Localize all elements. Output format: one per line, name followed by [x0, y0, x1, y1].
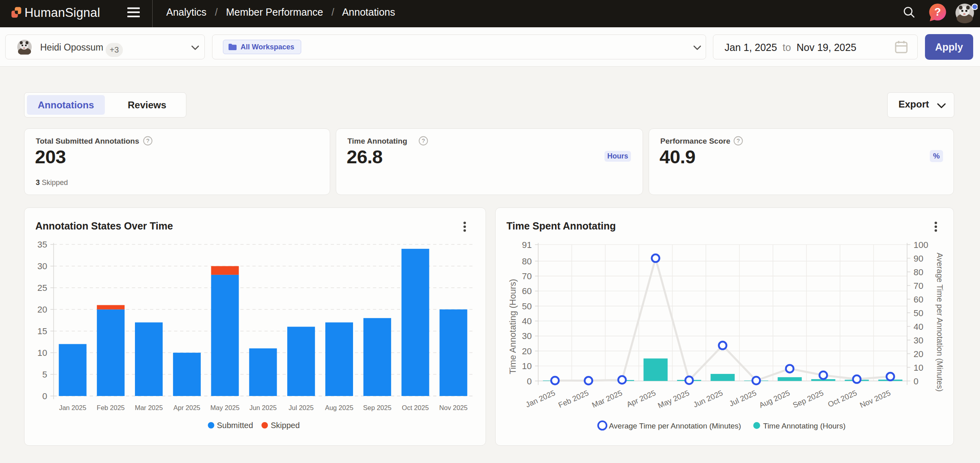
- svg-text:?: ?: [934, 6, 941, 18]
- svg-text:30: 30: [522, 331, 532, 341]
- svg-text:Oct 2025: Oct 2025: [402, 404, 429, 411]
- svg-text:Sep 2025: Sep 2025: [363, 404, 392, 411]
- svg-text:Feb 2025: Feb 2025: [557, 388, 590, 409]
- svg-text:Nov 2025: Nov 2025: [859, 388, 892, 409]
- svg-text:20: 20: [522, 346, 532, 356]
- svg-text:Apr 2025: Apr 2025: [174, 404, 200, 411]
- svg-text:40: 40: [914, 322, 923, 332]
- svg-text:Time Annotating (Hours): Time Annotating (Hours): [508, 279, 518, 374]
- svg-text:60: 60: [522, 286, 532, 296]
- svg-text:Jun 2025: Jun 2025: [692, 388, 724, 409]
- svg-text:70: 70: [522, 271, 532, 281]
- svg-text:15: 15: [37, 326, 47, 336]
- svg-text:May 2025: May 2025: [657, 388, 691, 410]
- svg-text:90: 90: [914, 254, 923, 264]
- svg-text:Aug 2025: Aug 2025: [758, 388, 791, 409]
- svg-text:30: 30: [37, 261, 47, 271]
- svg-text:Skipped: Skipped: [271, 421, 300, 430]
- svg-text:20: 20: [37, 305, 47, 315]
- svg-text:100: 100: [914, 240, 929, 250]
- svg-text:May 2025: May 2025: [210, 404, 239, 411]
- svg-text:Sep 2025: Sep 2025: [792, 388, 825, 409]
- svg-text:50: 50: [914, 308, 923, 318]
- svg-text:30: 30: [914, 335, 923, 345]
- svg-text:5: 5: [42, 370, 47, 380]
- svg-text:20: 20: [914, 349, 923, 359]
- svg-text:0: 0: [527, 376, 532, 386]
- svg-text:40: 40: [522, 316, 532, 326]
- svg-text:10: 10: [522, 361, 532, 371]
- svg-text:10: 10: [37, 348, 47, 358]
- svg-text:0: 0: [42, 391, 47, 401]
- svg-text:?: ?: [146, 138, 149, 144]
- svg-text:50: 50: [522, 301, 532, 311]
- svg-text:35: 35: [37, 240, 47, 250]
- svg-text:Jan 2025: Jan 2025: [59, 404, 86, 411]
- svg-text:91: 91: [522, 240, 532, 250]
- svg-text:Apr 2025: Apr 2025: [625, 388, 657, 409]
- svg-text:?: ?: [422, 138, 425, 144]
- svg-text:Submitted: Submitted: [217, 421, 253, 430]
- svg-text:Average Time per Annotation (M: Average Time per Annotation (Minutes): [935, 253, 944, 392]
- svg-text:Aug 2025: Aug 2025: [325, 404, 353, 411]
- svg-text:Time Annotating (Hours): Time Annotating (Hours): [763, 422, 845, 430]
- svg-text:10: 10: [914, 363, 923, 373]
- svg-text:Oct 2025: Oct 2025: [827, 388, 858, 409]
- svg-text:Average Time per Annotation (M: Average Time per Annotation (Minutes): [609, 422, 741, 430]
- svg-text:Mar 2025: Mar 2025: [135, 404, 163, 411]
- svg-text:Jan 2025: Jan 2025: [524, 388, 556, 409]
- svg-text:80: 80: [522, 256, 532, 266]
- svg-text:Jun 2025: Jun 2025: [249, 404, 277, 411]
- svg-text:80: 80: [914, 267, 923, 277]
- svg-text:0: 0: [914, 376, 919, 386]
- svg-text:70: 70: [914, 281, 923, 291]
- svg-text:25: 25: [37, 283, 47, 293]
- svg-text:?: ?: [737, 138, 740, 144]
- svg-text:Mar 2025: Mar 2025: [591, 388, 624, 409]
- svg-text:Feb 2025: Feb 2025: [97, 404, 125, 411]
- svg-text:Jul 2025: Jul 2025: [728, 388, 757, 408]
- svg-text:Annotation States Over Time: Annotation States Over Time: [35, 220, 173, 232]
- svg-text:Nov 2025: Nov 2025: [439, 404, 468, 411]
- svg-text:Jul 2025: Jul 2025: [289, 404, 314, 411]
- svg-text:60: 60: [914, 294, 923, 305]
- svg-text:Time Spent Annotating: Time Spent Annotating: [506, 220, 616, 232]
